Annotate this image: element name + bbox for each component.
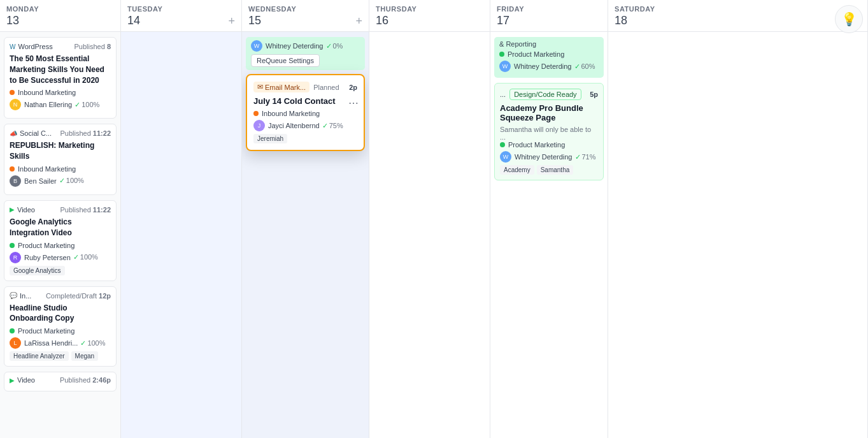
campaign-name: Inbound Marketing: [262, 110, 320, 117]
assignee-avatar: R: [10, 252, 21, 263]
card-title: Headline Studio Onboarding Copy: [10, 303, 111, 325]
friday-column: FRIDAY 17 & Reporting Product Marketing …: [490, 0, 608, 438]
card-campaign: Inbound Marketing: [10, 165, 111, 173]
card-header: 📣 Social C... Published 11:22: [10, 129, 111, 137]
wed-top-strip: W Whitney Deterding ✓0% ReQueue Settings: [246, 37, 365, 70]
assignee-avatar: B: [10, 175, 21, 187]
card-wordpress[interactable]: W WordPress Published 8 The 50 Most Esse…: [4, 37, 117, 119]
assignee-avatar-whitney: W: [251, 40, 262, 52]
campaign-name: Inbound Marketing: [18, 89, 76, 96]
wednesday-add-button[interactable]: +: [355, 15, 362, 27]
tuesday-number: 14 +: [127, 14, 235, 27]
fri-card-time: 5p: [590, 91, 598, 98]
card-tags: Headline Analyzer Megan: [10, 351, 111, 361]
popup-title: July 14 Cold Contact: [253, 96, 357, 106]
campaign-name: Inbound Marketing: [18, 165, 76, 173]
tag-google-analytics: Google Analytics: [10, 266, 65, 275]
wednesday-body: W Whitney Deterding ✓0% ReQueue Settings…: [242, 32, 369, 438]
score: ✓100%: [75, 101, 99, 109]
thursday-body: [369, 32, 490, 438]
requeue-settings-button[interactable]: ReQueue Settings: [251, 54, 320, 67]
tag-academy: Academy: [500, 165, 534, 175]
card-headline[interactable]: 💬 In... Completed/Draft 12p Headline Stu…: [4, 286, 117, 367]
card-tags: Google Analytics: [10, 266, 111, 275]
card-status: Published 11:22: [60, 129, 111, 137]
card-status: Published 11:22: [60, 206, 111, 214]
card-type: Social C...: [20, 129, 52, 137]
campaign-name: Product Marketing: [508, 50, 564, 58]
assignee-name: Jayci Altenbernd: [268, 122, 320, 129]
tuesday-add-button[interactable]: +: [228, 15, 235, 27]
card-social[interactable]: 📣 Social C... Published 11:22 REPUBLISH:…: [4, 124, 117, 195]
tag-headline-analyzer: Headline Analyzer: [10, 351, 69, 361]
card-title: REPUBLISH: Marketing Skills: [10, 140, 111, 162]
card-status: Completed/Draft 12p: [46, 292, 111, 300]
assignee-name: LaRissa Hendri...: [24, 339, 78, 347]
card-type: WordPress: [18, 43, 52, 50]
ellipsis-type: ...: [500, 91, 506, 98]
campaign-name: Product Marketing: [18, 242, 75, 249]
campaign-dot: [10, 90, 15, 95]
saturday-header: SATURDAY 18: [608, 0, 867, 32]
score: ✓71%: [575, 153, 596, 161]
card-campaign: Inbound Marketing: [10, 89, 111, 96]
card-type: In...: [20, 292, 31, 300]
wednesday-header: WEDNESDAY 15 +: [242, 0, 369, 32]
score-badge: ✓0%: [326, 42, 343, 50]
tuesday-body: [121, 32, 241, 438]
assignee-avatar: N: [10, 99, 21, 110]
popup-card-header: ✉ Email Mark... Planned 2p: [253, 82, 357, 92]
tuesday-header: TUESDAY 14 +: [121, 0, 241, 32]
email-icon: ✉: [257, 83, 263, 91]
popup-campaign: Inbound Marketing: [253, 110, 357, 117]
fri-card-desc: Samantha will only be able to ...: [500, 126, 598, 141]
assignee-avatar-whitney2: W: [499, 61, 511, 72]
campaign-name: Product Marketing: [18, 327, 75, 335]
friday-body: & Reporting Product Marketing W Whitney …: [490, 32, 608, 438]
campaign-name: Product Marketing: [508, 141, 565, 149]
campaign-dot: [499, 52, 504, 57]
assignee-avatar: L: [10, 337, 21, 349]
card-assignee: B Ben Sailer ✓100%: [10, 175, 111, 187]
assignee-name: Whitney Deterding: [514, 62, 572, 70]
saturday-label: SATURDAY: [615, 5, 861, 13]
card-assignee: N Nathan Ellering ✓100%: [10, 99, 111, 110]
card-campaign: Product Marketing: [10, 327, 111, 335]
popup-tags: Jeremiah: [253, 134, 357, 143]
campaign-dot: [10, 328, 15, 333]
score: ✓100%: [80, 339, 105, 347]
score: ✓100%: [73, 253, 98, 261]
card-header: ▶ Video Published 11:22: [10, 206, 111, 214]
lightbulb-icon[interactable]: 💡: [835, 5, 863, 33]
popup-email-card[interactable]: ✉ Email Mark... Planned 2p July 14 Cold …: [246, 74, 365, 151]
campaign-dot: [10, 166, 15, 172]
campaign-dot: [10, 243, 15, 248]
card-title: Google Analytics Integration Video: [10, 217, 111, 238]
fri-top-strip: & Reporting Product Marketing W Whitney …: [494, 37, 604, 78]
saturday-body: [608, 32, 867, 438]
card-video-analytics[interactable]: ▶ Video Published 11:22 Google Analytics…: [4, 200, 117, 281]
monday-header: MONDAY 13: [0, 0, 120, 32]
card-status: Published 2:46p: [60, 376, 111, 384]
more-options-button[interactable]: ⋯: [348, 97, 359, 109]
tag-samantha: Samantha: [537, 165, 574, 175]
inbound-icon: 💬: [10, 292, 17, 299]
fri-card-tags: Academy Samantha: [500, 165, 598, 175]
card-type: Video: [17, 206, 35, 214]
design-code-ready-badge: Design/Code Ready: [509, 89, 581, 100]
friday-number: 17: [497, 14, 601, 27]
assignee-avatar-jayci: J: [253, 120, 265, 131]
planned-status: Planned: [313, 84, 339, 91]
card-assignee: R Ruby Petersen ✓100%: [10, 252, 111, 263]
card-type: Video: [17, 376, 35, 384]
thursday-label: THURSDAY: [376, 5, 483, 13]
friday-header: FRIDAY 17: [490, 0, 608, 32]
popup-time: 2p: [349, 84, 357, 91]
card-assignee: L LaRissa Hendri... ✓100%: [10, 337, 111, 349]
fri-academy-card[interactable]: ... Design/Code Ready 5p Academy Pro Bun…: [494, 83, 604, 180]
card-video-partial[interactable]: ▶ Video Published 2:46p: [4, 372, 117, 391]
tuesday-label: TUESDAY: [127, 5, 235, 13]
fri-campaign: Product Marketing: [499, 50, 599, 58]
fri-assignee: W Whitney Deterding ✓60%: [499, 61, 599, 72]
campaign-dot: [500, 142, 505, 147]
